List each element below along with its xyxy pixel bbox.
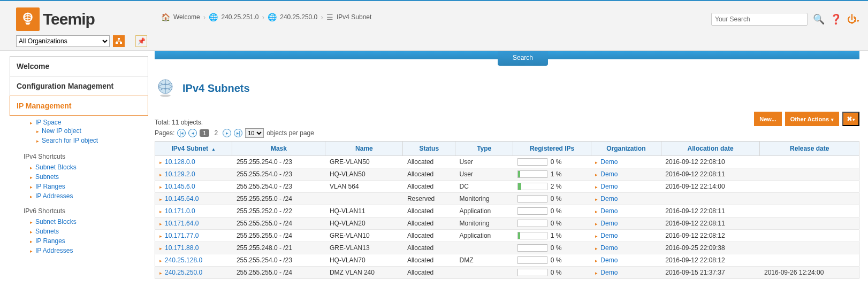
pager-page-2[interactable]: 2 (212, 129, 220, 137)
pager-first[interactable]: |◂ (177, 129, 186, 137)
subnet-link[interactable]: 10.128.0.0 (165, 158, 195, 166)
org-link[interactable]: Demo (600, 158, 618, 166)
subnav-ipv6-subnet-blocks[interactable]: Subnet Blocks (35, 218, 77, 225)
subnet-link[interactable]: 10.145.64.0 (165, 195, 199, 202)
cell-subnet: 10.145.6.0 (155, 181, 232, 193)
cell-subnet: 10.171.77.0 (155, 230, 232, 242)
cell-org: Demo (591, 230, 661, 242)
subnav-ipv4-ip-ranges[interactable]: IP Ranges (35, 183, 65, 190)
global-search-input[interactable] (711, 13, 808, 26)
subnav-search-ip-object[interactable]: Search for IP object (42, 137, 98, 144)
col-subnet[interactable]: IPv4 Subnet (155, 142, 232, 156)
subnet-link[interactable]: 10.145.6.0 (165, 183, 195, 190)
pin-button[interactable]: 📌 (135, 35, 147, 47)
breadcrumb: 🏠 Welcome › 🌐 240.25.251.0 › 🌐 240.25.25… (161, 13, 371, 21)
cell-name: HQ-VLAN70 (325, 254, 403, 267)
sidebar: Welcome Configuration Management IP Mana… (0, 51, 153, 290)
cell-type (455, 267, 513, 279)
cell-subnet: 10.171.88.0 (155, 242, 232, 254)
subnav-ipv4-ip-addresses[interactable]: IP Addresses (35, 192, 73, 200)
help-icon[interactable]: ❓ (830, 13, 842, 25)
cell-release-date (760, 193, 859, 205)
org-link[interactable]: Demo (600, 256, 618, 264)
subnav-new-ip-object[interactable]: New IP object (42, 127, 81, 135)
org-link[interactable]: Demo (600, 207, 618, 215)
org-link[interactable]: Demo (600, 220, 618, 227)
cell-type: User (455, 168, 513, 181)
cell-subnet: 10.171.0.0 (155, 205, 232, 217)
cell-name: GRE-VLAN13 (325, 242, 403, 254)
subnet-link[interactable]: 240.25.250.0 (165, 269, 202, 276)
subnet-link[interactable]: 10.129.2.0 (165, 170, 195, 178)
cell-mask: 255.255.255.0 - /24 (232, 267, 325, 279)
globe-icon: 🌐 (268, 13, 277, 21)
subnav-ipv6-ip-addresses[interactable]: IP Addresses (35, 247, 73, 254)
breadcrumb-item[interactable]: 240.25.251.0 (221, 13, 258, 21)
org-tree-button[interactable] (113, 35, 125, 47)
subnet-link[interactable]: 10.171.64.0 (165, 220, 199, 227)
subnet-link[interactable]: 10.171.88.0 (165, 244, 199, 252)
cell-name: GRE-VLAN10 (325, 230, 403, 242)
table-row: 10.145.64.0255.255.255.0 - /24ReservedMo… (155, 193, 859, 205)
org-link[interactable]: Demo (600, 183, 618, 190)
subnav-ipv6-subnets[interactable]: Subnets (35, 228, 59, 235)
breadcrumb-item[interactable]: 240.25.250.0 (280, 13, 317, 21)
cell-release-date (760, 205, 859, 217)
cell-release-date: 2016-09-26 12:24:00 (760, 267, 859, 279)
pager-prev[interactable]: ◂ (188, 129, 197, 137)
col-release-date[interactable]: Release date (760, 142, 859, 156)
cell-status: Allocated (403, 217, 455, 230)
org-selector[interactable]: All Organizations (16, 35, 110, 47)
pager-last[interactable]: ▸| (234, 129, 242, 137)
other-actions-button[interactable]: Other Actions▾ (785, 112, 839, 126)
subnav-ip-space[interactable]: IP Space (35, 119, 61, 126)
breadcrumb-item[interactable]: IPv4 Subnet (337, 13, 371, 21)
col-type[interactable]: Type (455, 142, 513, 156)
org-link[interactable]: Demo (600, 195, 618, 202)
sidebar-item-welcome[interactable]: Welcome (10, 56, 148, 76)
new-button[interactable]: New... (754, 112, 781, 126)
search-panel-toggle[interactable]: Search (498, 51, 548, 66)
subnav-ipv4-subnet-blocks[interactable]: Subnet Blocks (35, 163, 77, 171)
subnet-link[interactable]: 240.25.128.0 (165, 256, 202, 264)
cell-type: Application (455, 205, 513, 217)
org-link[interactable]: Demo (600, 269, 618, 276)
col-organization[interactable]: Organization (591, 142, 661, 156)
logo-text: Teemip (43, 10, 95, 28)
org-link[interactable]: Demo (600, 232, 618, 239)
table-row: 10.129.2.0255.255.254.0 - /23HQ-VLAN50Al… (155, 168, 859, 181)
search-icon[interactable]: 🔍 (813, 13, 825, 25)
col-allocation-date[interactable]: Allocation date (661, 142, 760, 156)
table-row: 240.25.128.0255.255.254.0 - /23HQ-VLAN70… (155, 254, 859, 267)
cell-org: Demo (591, 193, 661, 205)
col-mask[interactable]: Mask (232, 142, 325, 156)
col-name[interactable]: Name (325, 142, 403, 156)
cell-release-date (760, 217, 859, 230)
cell-alloc-date: 2016-09-25 22:09:38 (661, 242, 760, 254)
subnav-ipv6-ip-ranges[interactable]: IP Ranges (35, 237, 65, 245)
subnav-ipv4-subnets[interactable]: Subnets (35, 173, 59, 181)
sidebar-item-config-mgmt[interactable]: Configuration Management (10, 76, 148, 96)
per-page-select[interactable]: 10 (245, 128, 264, 138)
col-status[interactable]: Status (403, 142, 455, 156)
tools-button[interactable]: ✖▾ (842, 112, 859, 126)
total-count: Total: 11 objects. (155, 119, 203, 126)
app-logo[interactable]: Teemip (16, 7, 147, 31)
cell-type: Monitoring (455, 217, 513, 230)
cell-alloc-date: 2016-09-12 22:08:11 (661, 217, 760, 230)
org-link[interactable]: Demo (600, 244, 618, 252)
col-registered-ips[interactable]: Registered IPs (513, 142, 591, 156)
pager-next[interactable]: ▸ (223, 129, 231, 137)
cell-org: Demo (591, 181, 661, 193)
cell-alloc-date: 2016-09-15 21:37:37 (661, 267, 760, 279)
sidebar-item-ip-mgmt[interactable]: IP Management (10, 96, 148, 116)
cell-name (325, 193, 403, 205)
breadcrumb-welcome[interactable]: Welcome (173, 13, 200, 21)
power-icon[interactable]: ⏻▾ (847, 14, 859, 25)
org-link[interactable]: Demo (600, 170, 618, 178)
cell-status: Allocated (403, 230, 455, 242)
subnet-link[interactable]: 10.171.77.0 (165, 232, 199, 239)
subnet-link[interactable]: 10.171.0.0 (165, 207, 195, 215)
cell-status: Allocated (403, 181, 455, 193)
cell-type: User (455, 156, 513, 168)
